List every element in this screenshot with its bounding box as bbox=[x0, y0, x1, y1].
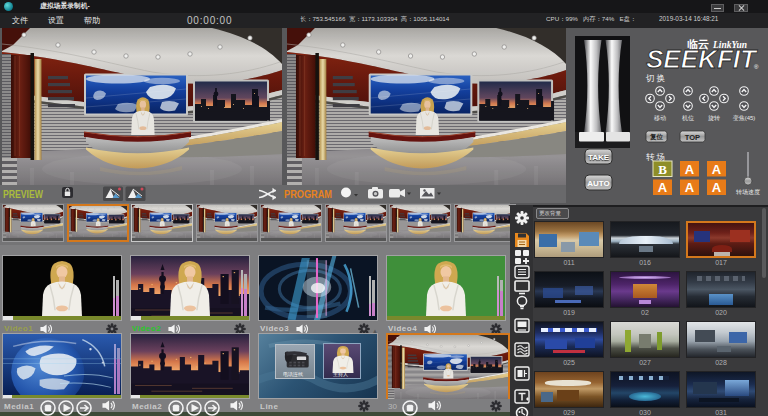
svg-text:移动: 移动 bbox=[654, 115, 666, 122]
svg-text:复位: 复位 bbox=[649, 133, 664, 141]
svg-text:PREVIEW: PREVIEW bbox=[3, 188, 43, 200]
svg-text:PROGRAM: PROGRAM bbox=[284, 188, 332, 200]
svg-text:TAKE: TAKE bbox=[588, 153, 610, 162]
svg-text:AUTO: AUTO bbox=[587, 179, 610, 188]
svg-text:A: A bbox=[658, 180, 668, 195]
svg-text:变焦(45): 变焦(45) bbox=[733, 114, 756, 122]
svg-text:SEEKFIT: SEEKFIT bbox=[646, 44, 758, 74]
svg-text:A: A bbox=[685, 162, 695, 177]
svg-text:转场速度: 转场速度 bbox=[736, 188, 760, 196]
svg-text:A: A bbox=[685, 180, 695, 195]
svg-text:旋转: 旋转 bbox=[708, 115, 720, 122]
svg-text:A: A bbox=[712, 162, 722, 177]
svg-text:机位: 机位 bbox=[682, 115, 694, 121]
svg-text:®: ® bbox=[754, 64, 759, 70]
svg-text:切换: 切换 bbox=[645, 73, 667, 83]
svg-text:A: A bbox=[712, 180, 722, 195]
svg-text:B: B bbox=[658, 162, 667, 177]
svg-text:TOP: TOP bbox=[685, 133, 700, 142]
